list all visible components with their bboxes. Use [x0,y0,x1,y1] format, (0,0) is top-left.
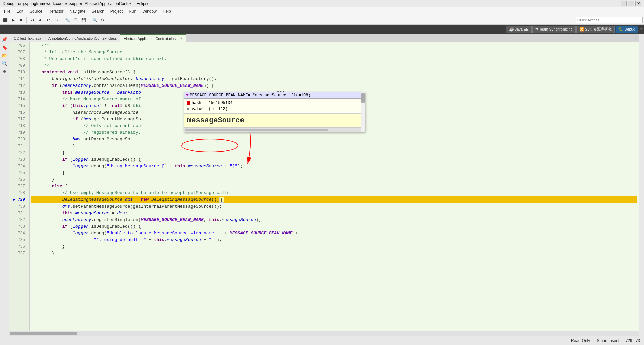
tooltip-vscroll-thumb [361,93,365,103]
sidebar-icon-1[interactable]: 📌 [1,36,8,43]
line-735: "': using default [" + this.messageSourc… [31,237,637,243]
right-sidebar [639,34,644,336]
tooltip-header: ▼ MESSAGE_SOURCE_BEAN_NAME= "messageSour… [184,92,365,99]
tooltip-vscroll[interactable] [361,92,365,132]
ln-728: 728 [12,190,26,196]
quickaccess-input[interactable] [576,18,642,22]
ln-737: 737 [12,250,26,257]
line-708: * Use parent's if none defined in this c… [31,56,637,62]
menu-help[interactable]: Help [160,8,174,14]
tab-bar: IOCTest_Ext.java AnnotationConfigApplica… [9,34,639,42]
tooltip-body: hash= -1561595134 value= (id=112) [184,99,365,113]
menu-source[interactable]: Source [27,8,45,14]
line-707: * Initialize the MessageSource. [31,49,637,56]
ln-719: 719 [12,129,26,136]
tooltip-square-icon-1 [187,101,190,105]
menu-run[interactable]: Run [126,8,139,14]
toolbar-btn-7[interactable]: ↪ [53,16,60,24]
line-729: DelegatingMessageSource dms = new Delega… [31,196,637,203]
line-706: /** [31,42,637,49]
menu-project[interactable]: Project [108,8,125,14]
line-numbers: 706 707 708 709 710 711 712 713 714 715 … [9,42,30,331]
close-button[interactable]: ✕ [635,1,641,6]
sidebar-icon-4[interactable]: 🔍 [1,60,8,67]
perspective-debug[interactable]: 🐛 Debug [615,26,638,33]
sidebar-icon-5[interactable]: ⚙ [1,68,8,75]
menu-refactor[interactable]: Refactor [46,8,66,14]
tooltip-triangle-icon [187,107,190,111]
toolbar-btn-11[interactable]: 🔍 [91,16,98,24]
code-editor[interactable]: 706 707 708 709 710 711 712 713 714 715 … [9,42,639,331]
tooltip-row-hash: hash= -1561595134 [187,100,362,106]
code-area: 706 707 708 709 710 711 712 713 714 715 … [9,42,639,331]
tooltip-icon: ▼ [186,93,189,97]
tab-maximize[interactable]: ⊡ [635,36,637,41]
tab-annotation[interactable]: AnnotationConfigApplicationContext.class [45,34,120,42]
toolbar-btn-8[interactable]: 🔧 [64,16,71,24]
line-726: } [31,176,637,183]
left-sidebar: 📌 🔖 📂 🔍 ⚙ [0,34,9,336]
toolbar-btn-6[interactable]: ↩ [45,16,52,24]
ln-713: 713 [12,89,26,96]
tooltip-hscroll-thumb [185,129,328,131]
ln-706: 706 [12,42,26,49]
menu-navigate[interactable]: Navigate [67,8,88,14]
toolbar-btn-2[interactable]: ▶ [9,16,17,24]
ln-726: 726 [12,176,26,183]
ln-712: 712 [12,82,26,89]
toolbar-btn-9[interactable]: 📋 [72,16,79,24]
toolbar-btn-4[interactable]: ⏮ [29,16,36,24]
perspective-javaee[interactable]: ☕ Java EE [506,26,532,33]
toolbar-btn-3[interactable]: ⏹ [17,16,25,24]
ln-735: 735 [12,237,26,243]
line-722: } [31,150,637,156]
toolbar-btn-12[interactable]: ⚙ [99,16,106,24]
line-724: logger.debug("Using MessageSource [" + t… [31,163,637,170]
toolbar-btn-5[interactable]: ⏭ [37,16,44,24]
ln-736: 736 [12,243,26,250]
line-725: } [31,170,637,176]
ln-709: 709 [12,62,26,69]
line-728: // Use empty MessageSource to be able to… [31,190,637,196]
perspective-svn[interactable]: 🔀 SVN 资源库研究 [576,26,615,33]
ln-723: 723 [12,156,26,163]
toolbar-sep-3 [89,17,89,23]
toolbar-btn-10[interactable]: 💾 [80,16,87,24]
tooltip-scrollbar-h[interactable] [184,127,365,132]
tab-abstract-close[interactable]: ✕ [180,37,183,40]
minimize-button[interactable]: — [621,1,627,6]
tooltip-header-text: MESSAGE_SOURCE_BEAN_NAME= "messageSource… [190,93,311,98]
hscroll[interactable] [9,331,639,336]
sidebar-icon-3[interactable]: 📂 [1,52,8,59]
tab-abstract[interactable]: AbstractApplicationContext.class ✕ [120,34,186,42]
statusbar: Read-Only Smart Insert 729 : 73 [0,336,644,345]
line-721: } [31,143,637,150]
menu-file[interactable]: File [1,8,13,14]
line-737: } [31,250,637,257]
menu-edit[interactable]: Edit [14,8,26,14]
ln-722: 722 [12,150,26,156]
sidebar-icon-2[interactable]: 🔖 [1,44,8,51]
perspective-bar: ☕ Java EE ⇄ Team Synchronizing 🔀 SVN 资源库… [0,25,644,34]
line-720: hms.setParentMessageSo [31,136,637,143]
menu-window[interactable]: Window [140,8,159,14]
menubar: File Edit Source Refactor Navigate Searc… [0,7,644,15]
ln-707: 707 [12,49,26,56]
tab-ioctest[interactable]: IOCTest_Ext.java [9,34,45,42]
titlebar-controls: — □ ✕ [621,1,641,6]
ln-714: 714 [12,96,26,103]
menu-search[interactable]: Search [89,8,107,14]
toolbar-btn-1[interactable]: ⬛ [1,16,9,24]
perspective-more[interactable]: » [640,27,643,32]
titlebar: Debug - org.springframework.context.supp… [0,0,644,7]
ln-711: 711 [12,76,26,82]
ln-718: 718 [12,123,26,129]
perspective-team[interactable]: ⇄ Team Synchronizing [532,26,576,33]
code-content[interactable]: /** * Initialize the MessageSource. * Us… [30,42,639,331]
maximize-button[interactable]: □ [628,1,634,6]
ln-732: 732 [12,217,26,223]
line-712: if (beanFactory.containsLocalBean(MESSAG… [31,82,637,89]
line-731: this.messageSource = dms; [31,210,637,217]
quickaccess-box[interactable] [576,17,643,23]
tooltip-main-value: messageSource [184,113,365,127]
